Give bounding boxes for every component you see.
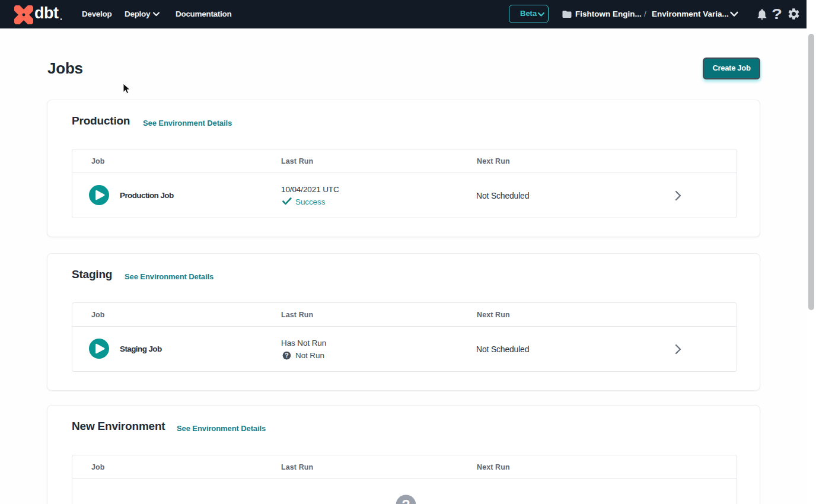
svg-text:?: ?	[401, 497, 410, 504]
svg-text:?: ?	[285, 352, 288, 359]
